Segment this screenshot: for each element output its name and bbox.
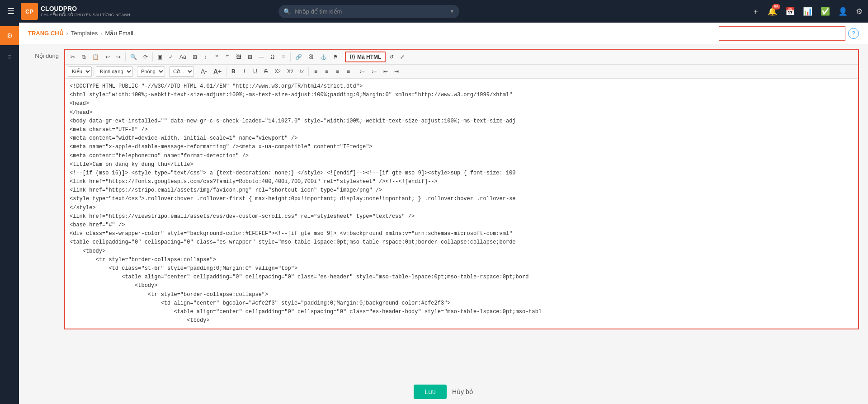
symbol-button[interactable]: Aa bbox=[177, 52, 189, 62]
align-center-button[interactable]: ≡ bbox=[321, 66, 331, 77]
unlink-button[interactable]: ⛓ bbox=[306, 52, 316, 62]
undo-button[interactable]: ↩ bbox=[103, 52, 113, 62]
logo-area: CP CLOUDPRO CHUYỂN ĐỔI SỐ CHUYÊN SÂU TỪN… bbox=[21, 3, 130, 20]
unordered-list-button[interactable]: ≔ bbox=[369, 66, 380, 77]
bold-button[interactable]: B bbox=[228, 66, 238, 77]
toolbar-sep1 bbox=[125, 52, 126, 61]
html-mode-button[interactable]: ⟨/⟩ Mã HTML bbox=[345, 52, 386, 62]
superscript-button[interactable]: X2 bbox=[284, 66, 296, 77]
toolbar-sep5 bbox=[94, 67, 94, 76]
replace-button[interactable]: ⟳ bbox=[141, 52, 151, 62]
breadcrumb-search-input[interactable] bbox=[719, 26, 845, 41]
tasks-button[interactable]: ✅ bbox=[821, 7, 830, 16]
italic-button[interactable]: I bbox=[239, 66, 249, 77]
bottom-bar: Lưu Hủy bỏ bbox=[19, 379, 868, 404]
grid-button[interactable]: ⊞ bbox=[245, 52, 255, 62]
editor-container: ✂ ⧉ 📋 ↩ ↪ 🔍 ⟳ ▣ ✓ Aa ⊞ ↕ ❝ bbox=[64, 49, 859, 329]
paste-button[interactable]: 📋 bbox=[90, 52, 102, 62]
block-button[interactable]: ❞ bbox=[222, 52, 232, 62]
toolbar-sep9 bbox=[226, 67, 226, 76]
notification-badge: 55 bbox=[772, 4, 780, 9]
align-left-button[interactable]: ≡ bbox=[311, 66, 321, 77]
content-field-row: Nội dung ✂ ⧉ 📋 ↩ ↪ 🔍 ⟳ ▣ ✓ bbox=[28, 49, 859, 329]
html-mode-label: Mã HTML bbox=[357, 54, 381, 60]
add-button[interactable]: ＋ bbox=[752, 6, 760, 17]
toolbar-sep11 bbox=[355, 67, 355, 76]
menu-toggle-button[interactable]: ☰ bbox=[5, 5, 16, 18]
html-mode-icon: ⟨/⟩ bbox=[349, 54, 355, 60]
logo-icon: CP bbox=[21, 3, 38, 20]
profile-button[interactable]: 👤 bbox=[838, 7, 848, 16]
align-right-button[interactable]: ≡ bbox=[332, 66, 342, 77]
align-justify-button[interactable]: ≡ bbox=[343, 66, 353, 77]
editor-area: Nội dung ✂ ⧉ 📋 ↩ ↪ 🔍 ⟳ ▣ ✓ bbox=[19, 44, 868, 379]
notifications-button[interactable]: 🔔 55 bbox=[768, 7, 777, 16]
hr-button[interactable]: — bbox=[256, 52, 267, 62]
find-button[interactable]: 🔍 bbox=[127, 52, 140, 62]
special-char-button[interactable]: ≡ bbox=[278, 52, 288, 62]
fullscreen-button[interactable]: ⤢ bbox=[397, 52, 407, 62]
main-layout: ⚙ ≡ TRANG CHỦ › Templates › Mẫu Email ? … bbox=[0, 23, 868, 404]
breadcrumb-home[interactable]: TRANG CHỦ bbox=[28, 30, 64, 37]
cut-button[interactable]: ✂ bbox=[68, 52, 78, 62]
breadcrumb-sep1: › bbox=[66, 30, 68, 37]
table-button[interactable]: ⊞ bbox=[190, 52, 200, 62]
font-size-dec-button[interactable]: A- bbox=[198, 66, 210, 77]
toolbar-sep4 bbox=[343, 52, 343, 61]
app-title: CLOUDPRO bbox=[41, 5, 130, 12]
nav-icons: ＋ 🔔 55 📅 📊 ✅ 👤 ⚙ bbox=[752, 6, 863, 17]
search-icon: 🔍 bbox=[283, 8, 291, 15]
breadcrumb-bar: TRANG CHỦ › Templates › Mẫu Email ? bbox=[19, 23, 868, 44]
app-subtitle: CHUYỂN ĐỔI SỐ CHUYÊN SÂU TỪNG NGÀNH bbox=[41, 13, 130, 17]
breadcrumb-current: Mẫu Email bbox=[105, 30, 133, 37]
toolbar-top: ✂ ⧉ 📋 ↩ ↪ 🔍 ⟳ ▣ ✓ Aa ⊞ ↕ ❝ bbox=[65, 50, 858, 65]
select-all-button[interactable]: ▣ bbox=[155, 52, 165, 62]
search-dropdown-icon: ▼ bbox=[449, 9, 454, 14]
image-button[interactable]: 🖼 bbox=[233, 52, 244, 62]
underline-button[interactable]: U bbox=[250, 66, 260, 77]
dashboard-button[interactable]: 📊 bbox=[803, 7, 812, 16]
copy-button[interactable]: ⧉ bbox=[79, 52, 89, 62]
toolbar-bottom: Kiểu Định dạng Phông Cỡ... bbox=[65, 65, 858, 79]
search-input[interactable] bbox=[278, 5, 459, 18]
top-navigation: ☰ CP CLOUDPRO CHUYỂN ĐỔI SỐ CHUYÊN SÂU T… bbox=[0, 0, 868, 23]
calendar-button[interactable]: 📅 bbox=[785, 7, 795, 16]
toolbar-sep6 bbox=[135, 67, 135, 76]
content-label: Nội dung bbox=[28, 49, 64, 59]
breadcrumb-sep2: › bbox=[100, 30, 102, 37]
redo-button[interactable]: ↪ bbox=[113, 52, 123, 62]
style-select[interactable]: Kiểu bbox=[68, 66, 92, 77]
omega-button[interactable]: Ω bbox=[268, 52, 278, 62]
toolbar-sep3 bbox=[290, 52, 291, 61]
indent-button[interactable]: ⇥ bbox=[392, 66, 401, 77]
source-button[interactable]: ↺ bbox=[387, 52, 396, 62]
outdent-button[interactable]: ⇤ bbox=[381, 66, 391, 77]
sidebar: ⚙ ≡ bbox=[0, 23, 19, 404]
insert-button[interactable]: ↕ bbox=[201, 52, 211, 62]
link-button[interactable]: 🔗 bbox=[292, 52, 305, 62]
font-select[interactable]: Phông bbox=[137, 66, 165, 77]
toolbar-sep2 bbox=[152, 52, 153, 61]
ordered-list-button[interactable]: ≔ bbox=[357, 66, 368, 77]
strikethrough-button[interactable]: S bbox=[261, 66, 271, 77]
cancel-button[interactable]: Hủy bỏ bbox=[452, 388, 473, 395]
font-size-inc-button[interactable]: A+ bbox=[211, 66, 224, 77]
flag-button[interactable]: ⚑ bbox=[330, 52, 341, 62]
toolbar-sep8 bbox=[196, 67, 196, 76]
italic2-button[interactable]: Ix bbox=[297, 66, 307, 77]
breadcrumb-level1[interactable]: Templates bbox=[71, 30, 98, 37]
code-editor[interactable]: <!DOCTYPE HTML PUBLIC "-//W3C//DTD HTML … bbox=[65, 79, 858, 329]
settings-button[interactable]: ⚙ bbox=[856, 7, 863, 16]
quote-button[interactable]: ❝ bbox=[212, 52, 222, 62]
help-button[interactable]: ? bbox=[848, 28, 859, 39]
sidebar-item-settings[interactable]: ⚙ bbox=[0, 26, 19, 45]
search-bar: 🔍 ▼ bbox=[278, 5, 459, 18]
anchor-button[interactable]: ⚓ bbox=[317, 52, 330, 62]
subscript-button[interactable]: X2 bbox=[272, 66, 283, 77]
main-content: TRANG CHỦ › Templates › Mẫu Email ? Nội … bbox=[19, 23, 868, 404]
spellcheck-button[interactable]: ✓ bbox=[166, 52, 176, 62]
sidebar-item-other[interactable]: ≡ bbox=[0, 47, 19, 66]
format-select[interactable]: Định dạng bbox=[96, 66, 133, 77]
size-select[interactable]: Cỡ... bbox=[169, 66, 194, 77]
save-button[interactable]: Lưu bbox=[414, 385, 447, 399]
